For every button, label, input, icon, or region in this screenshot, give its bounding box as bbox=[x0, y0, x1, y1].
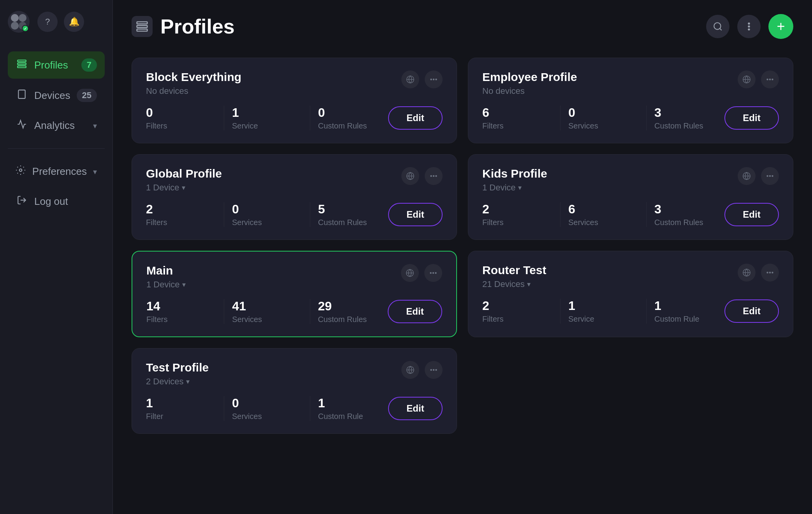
stat-label: Filters bbox=[482, 315, 552, 324]
globe-button[interactable] bbox=[401, 264, 419, 282]
card-icons bbox=[401, 361, 443, 379]
sidebar: ? 🔔 Profiles 7 Devices 25 bbox=[0, 0, 113, 514]
globe-button[interactable] bbox=[738, 70, 756, 88]
stat-item: 0 Services bbox=[568, 106, 647, 130]
edit-button-block-everything[interactable]: Edit bbox=[388, 106, 443, 130]
sidebar-item-label-devices: Devices bbox=[34, 90, 70, 102]
stat-item: 0 Services bbox=[232, 202, 310, 227]
card-title-area: Router Test 21 Devices ▾ bbox=[482, 264, 546, 289]
sidebar-item-analytics[interactable]: Analytics ▾ bbox=[8, 112, 105, 139]
edit-button-employee-profile[interactable]: Edit bbox=[724, 106, 779, 130]
more-button[interactable] bbox=[425, 70, 443, 88]
stat-label: Custom Rule bbox=[318, 412, 388, 421]
stats-left: 2 Filters 0 Services 5 Custom Rules bbox=[146, 202, 388, 227]
stat-value: 6 bbox=[482, 106, 552, 120]
stat-item: 1 Custom Rule bbox=[654, 299, 724, 324]
card-header: Main 1 Device ▾ bbox=[146, 264, 442, 290]
header-actions: + bbox=[706, 14, 793, 39]
search-button[interactable] bbox=[706, 15, 729, 38]
sidebar-nav: Profiles 7 Devices 25 Analytics ▾ bbox=[8, 51, 105, 503]
stat-value: 2 bbox=[146, 202, 216, 217]
more-button[interactable] bbox=[425, 361, 443, 379]
sidebar-header-icons: ? 🔔 bbox=[37, 12, 84, 32]
profile-card-router-test: Router Test 21 Devices ▾ 2 Filters 1 Ser… bbox=[468, 251, 793, 337]
globe-button[interactable] bbox=[738, 167, 756, 185]
profile-card-global-profile: Global Profile 1 Device ▾ 2 Filters 0 Se… bbox=[132, 154, 457, 240]
more-button[interactable] bbox=[424, 264, 442, 282]
stat-label: Filters bbox=[482, 121, 552, 130]
stat-value: 1 bbox=[232, 106, 302, 120]
analytics-icon bbox=[16, 119, 28, 132]
stat-label: Custom Rule bbox=[654, 315, 724, 324]
card-title-area: Employee Profile No devices bbox=[482, 70, 577, 96]
profile-subtitle: No devices bbox=[482, 86, 577, 96]
stat-label: Custom Rules bbox=[318, 218, 388, 227]
stat-item: 5 Custom Rules bbox=[318, 202, 388, 227]
edit-button-global-profile[interactable]: Edit bbox=[388, 203, 443, 226]
card-stats-row: 2 Filters 1 Service 1 Custom Rule Edit bbox=[482, 299, 779, 324]
globe-button[interactable] bbox=[738, 264, 756, 282]
preferences-icon bbox=[16, 165, 26, 178]
more-button[interactable] bbox=[761, 70, 779, 88]
card-header: Test Profile 2 Devices ▾ bbox=[146, 361, 443, 387]
stat-value: 41 bbox=[232, 299, 302, 313]
svg-point-34 bbox=[436, 176, 437, 177]
profile-subtitle: No devices bbox=[146, 86, 241, 96]
stat-value: 3 bbox=[654, 202, 724, 217]
stat-item: 2 Filters bbox=[146, 202, 224, 227]
stat-value: 5 bbox=[318, 202, 388, 217]
stat-item: 3 Custom Rules bbox=[654, 202, 724, 227]
profile-subtitle[interactable]: 21 Devices ▾ bbox=[482, 279, 546, 289]
svg-point-53 bbox=[433, 370, 434, 371]
stat-label: Custom Rules bbox=[318, 121, 388, 130]
sidebar-item-profiles[interactable]: Profiles 7 bbox=[8, 51, 105, 79]
card-icons bbox=[401, 167, 443, 185]
card-stats-row: 14 Filters 41 Services 29 Custom Rules E… bbox=[146, 299, 442, 324]
svg-line-16 bbox=[720, 28, 722, 30]
profiles-grid: Block Everything No devices 0 Filters 1 … bbox=[132, 58, 793, 434]
more-button[interactable] bbox=[761, 264, 779, 282]
globe-button[interactable] bbox=[401, 361, 419, 379]
profile-subtitle[interactable]: 1 Device ▾ bbox=[482, 183, 547, 193]
stats-left: 0 Filters 1 Service 0 Custom Rules bbox=[146, 106, 388, 130]
stat-label: Service bbox=[568, 315, 638, 324]
add-profile-button[interactable]: + bbox=[768, 14, 793, 39]
stats-left: 2 Filters 6 Services 3 Custom Rules bbox=[482, 202, 724, 227]
sidebar-item-devices[interactable]: Devices 25 bbox=[8, 82, 105, 109]
devices-icon bbox=[16, 89, 28, 102]
device-chevron: ▾ bbox=[182, 280, 186, 289]
profile-subtitle[interactable]: 2 Devices ▾ bbox=[146, 377, 209, 387]
profile-subtitle[interactable]: 1 Device ▾ bbox=[146, 280, 186, 290]
stat-label: Filter bbox=[146, 412, 216, 421]
profile-title: Block Everything bbox=[146, 70, 241, 84]
stat-item: 1 Filter bbox=[146, 396, 224, 421]
more-button[interactable] bbox=[425, 167, 443, 185]
sidebar-item-logout[interactable]: Log out bbox=[8, 188, 105, 215]
stat-value: 6 bbox=[568, 202, 638, 217]
card-header: Kids Profile 1 Device ▾ bbox=[482, 167, 779, 193]
svg-point-32 bbox=[431, 176, 432, 177]
globe-button[interactable] bbox=[401, 70, 419, 88]
edit-button-test-profile[interactable]: Edit bbox=[388, 397, 443, 420]
notifications-button[interactable]: 🔔 bbox=[64, 12, 84, 32]
stat-value: 0 bbox=[146, 106, 216, 120]
svg-point-47 bbox=[767, 272, 768, 273]
card-stats-row: 2 Filters 0 Services 5 Custom Rules Edit bbox=[146, 202, 443, 227]
stat-label: Services bbox=[232, 218, 302, 227]
page-title: Profiles bbox=[160, 15, 235, 38]
edit-button-kids-profile[interactable]: Edit bbox=[724, 203, 779, 226]
svg-rect-7 bbox=[18, 66, 26, 67]
globe-button[interactable] bbox=[401, 167, 419, 185]
more-options-button[interactable] bbox=[737, 15, 761, 38]
stat-item: 1 Custom Rule bbox=[318, 396, 388, 421]
svg-point-49 bbox=[772, 272, 773, 273]
card-title-area: Global Profile 1 Device ▾ bbox=[146, 167, 222, 193]
stat-item: 1 Service bbox=[232, 106, 310, 130]
help-button[interactable]: ? bbox=[37, 12, 58, 32]
sidebar-item-preferences[interactable]: Preferences ▾ bbox=[8, 158, 105, 185]
logo-icon[interactable] bbox=[8, 11, 30, 33]
edit-button-router-test[interactable]: Edit bbox=[724, 299, 779, 323]
more-button[interactable] bbox=[761, 167, 779, 185]
profile-subtitle[interactable]: 1 Device ▾ bbox=[146, 183, 222, 193]
edit-button-main[interactable]: Edit bbox=[388, 300, 442, 323]
